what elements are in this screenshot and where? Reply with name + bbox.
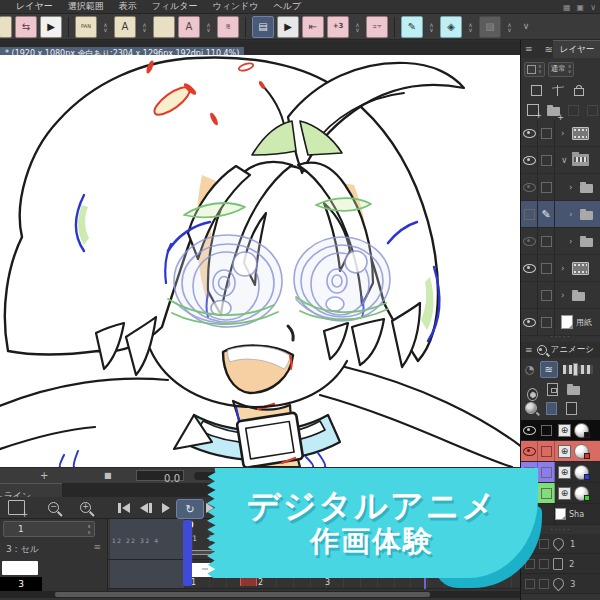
checkbox-icon[interactable] bbox=[541, 446, 552, 457]
select-cel-icon[interactable]: 選 bbox=[217, 16, 239, 38]
checkbox-icon[interactable] bbox=[541, 488, 552, 499]
layer-row[interactable]: › bbox=[521, 282, 600, 309]
eye-icon[interactable] bbox=[523, 426, 536, 435]
duplicate-icon[interactable] bbox=[531, 85, 542, 96]
transform-tool-icon[interactable]: ⇆ bbox=[15, 16, 37, 38]
zoom-plus-button[interactable]: + bbox=[40, 468, 48, 483]
window-control-icon[interactable]: ▦ bbox=[563, 3, 571, 12]
new-layer-icon[interactable] bbox=[527, 104, 539, 116]
active-cel-icon[interactable] bbox=[546, 402, 557, 415]
drawing-canvas[interactable] bbox=[0, 55, 520, 467]
checkbox-icon[interactable] bbox=[541, 263, 552, 274]
expand-icon[interactable]: ∨ bbox=[561, 155, 569, 165]
checkbox-icon[interactable] bbox=[539, 539, 549, 549]
checkbox-icon[interactable] bbox=[541, 317, 552, 328]
checkbox-icon[interactable] bbox=[541, 467, 552, 478]
blank-cel-icon[interactable] bbox=[153, 16, 175, 38]
tab-layers[interactable]: レイヤー bbox=[553, 40, 600, 58]
checkbox-icon[interactable] bbox=[541, 182, 552, 193]
toolbar-overflow-icon[interactable]: ∨ bbox=[518, 17, 534, 37]
stepper-chevrons[interactable]: ∧ ∨ bbox=[426, 17, 437, 37]
window-control-icon[interactable]: ▣ bbox=[577, 3, 585, 12]
eye-icon[interactable] bbox=[523, 156, 536, 165]
eye-icon[interactable] bbox=[523, 447, 536, 456]
cel-page-icon[interactable] bbox=[566, 402, 577, 415]
add-frames-icon[interactable]: +3 bbox=[327, 16, 349, 38]
menu-item[interactable]: 選択範囲 bbox=[68, 0, 104, 13]
checkbox-icon[interactable] bbox=[539, 579, 549, 589]
stepper-chevrons[interactable]: ∧ ∨ bbox=[100, 17, 111, 37]
onion-skin-knob[interactable] bbox=[573, 363, 578, 376]
checkbox-icon[interactable] bbox=[541, 425, 552, 436]
checkbox-icon[interactable] bbox=[541, 290, 552, 301]
onion-skin-slider[interactable] bbox=[563, 365, 593, 374]
panel-menu-icon[interactable]: ≡ bbox=[525, 44, 533, 54]
menu-item[interactable]: フィルター bbox=[152, 0, 198, 13]
layer-row[interactable]: › bbox=[521, 255, 600, 282]
light-table-cel-icon[interactable] bbox=[525, 402, 537, 414]
selection-tool-icon[interactable]: ◈ bbox=[440, 16, 462, 38]
stepper-chevrons[interactable]: ∧ ∨ bbox=[203, 17, 214, 37]
tab-timeline[interactable]: タイムライン bbox=[0, 483, 62, 497]
menu-item[interactable]: 表示 bbox=[119, 0, 137, 13]
track-menu-icon[interactable]: ≡ bbox=[93, 542, 101, 552]
layer-type-combo[interactable]: ∧ ∨ bbox=[524, 62, 545, 77]
cel-a-pink-icon[interactable]: A bbox=[178, 16, 200, 38]
play-button[interactable] bbox=[162, 503, 170, 513]
eye-icon[interactable] bbox=[523, 237, 536, 246]
play-preview-icon[interactable]: ▶ bbox=[277, 16, 299, 38]
disabled-tool-icon[interactable]: ▨ bbox=[479, 16, 501, 38]
prev-frame-button[interactable] bbox=[140, 503, 152, 513]
stop-icon[interactable]: ■ bbox=[104, 468, 112, 483]
chevron-updown-icon[interactable]: ∧ ∨ bbox=[87, 523, 91, 535]
timeline-scrollbar[interactable] bbox=[0, 591, 520, 598]
expand-icon[interactable]: › bbox=[569, 236, 577, 246]
expand-icon[interactable]: › bbox=[569, 182, 577, 192]
expand-icon[interactable]: › bbox=[561, 128, 569, 138]
checkbox-icon[interactable] bbox=[539, 559, 549, 569]
registration-icon[interactable]: ⊕ bbox=[558, 487, 571, 500]
light-table-layers-button[interactable]: ≋ bbox=[540, 361, 558, 378]
loop-playback-button[interactable]: ↻ bbox=[176, 499, 204, 519]
checkbox-icon[interactable] bbox=[541, 128, 552, 139]
transform-icon[interactable] bbox=[552, 85, 564, 96]
menu-item[interactable]: レイヤー bbox=[16, 0, 53, 13]
zoom-in-icon[interactable]: + bbox=[80, 502, 91, 513]
expand-icon[interactable]: › bbox=[561, 263, 569, 273]
skip-start-button[interactable] bbox=[118, 503, 130, 513]
lock-icon[interactable] bbox=[574, 88, 584, 96]
track-label[interactable]: 3 : セル bbox=[6, 543, 39, 556]
timing-dial-icon[interactable]: ◔ bbox=[525, 363, 535, 376]
new-folder-icon[interactable] bbox=[547, 107, 560, 116]
timeline-selector-dropdown[interactable]: 1 ∧ ∨ bbox=[3, 521, 95, 537]
scrollbar-thumb[interactable] bbox=[55, 592, 430, 597]
cel-a-icon[interactable]: A bbox=[114, 16, 136, 38]
checkbox-icon[interactable] bbox=[541, 155, 552, 166]
frame-advance-icon[interactable]: コマ bbox=[366, 16, 388, 38]
layer-row[interactable]: 用紙 bbox=[521, 309, 600, 336]
window-control-icon[interactable]: ∨ bbox=[590, 3, 596, 12]
layer-row[interactable]: ∨ bbox=[521, 147, 600, 174]
checkbox-icon[interactable] bbox=[524, 209, 535, 220]
panel-drag-handle[interactable]: ····· bbox=[521, 334, 600, 340]
rotation-value[interactable]: 0.0 bbox=[136, 470, 184, 481]
checkbox-icon[interactable] bbox=[541, 236, 552, 247]
eye-icon[interactable] bbox=[523, 183, 536, 192]
pan-cel-icon[interactable]: PAN bbox=[75, 16, 97, 38]
light-table-icon[interactable]: ▤ bbox=[252, 16, 274, 38]
registration-icon[interactable]: ⊕ bbox=[558, 424, 571, 437]
checkbox-icon[interactable] bbox=[525, 579, 535, 589]
movie-export-icon[interactable]: ▶ bbox=[40, 16, 62, 38]
expand-icon[interactable]: › bbox=[561, 290, 569, 300]
offscreen-cel-block[interactable] bbox=[2, 561, 38, 575]
eye-icon[interactable] bbox=[523, 129, 536, 138]
paste-line-icon[interactable]: ⇤ bbox=[302, 16, 324, 38]
export-icon[interactable] bbox=[0, 16, 12, 38]
menu-item[interactable]: ヘルプ bbox=[274, 0, 302, 13]
blend-mode-combo[interactable]: 通常 ∧ ∨ bbox=[548, 62, 575, 77]
selected-cel-number[interactable]: 3 bbox=[0, 577, 42, 591]
clip-start-marker[interactable] bbox=[183, 520, 192, 586]
registration-icon[interactable]: ⊕ bbox=[558, 466, 571, 479]
eye-icon[interactable] bbox=[523, 318, 536, 327]
pen-tool-icon[interactable]: ✎ bbox=[401, 16, 423, 38]
